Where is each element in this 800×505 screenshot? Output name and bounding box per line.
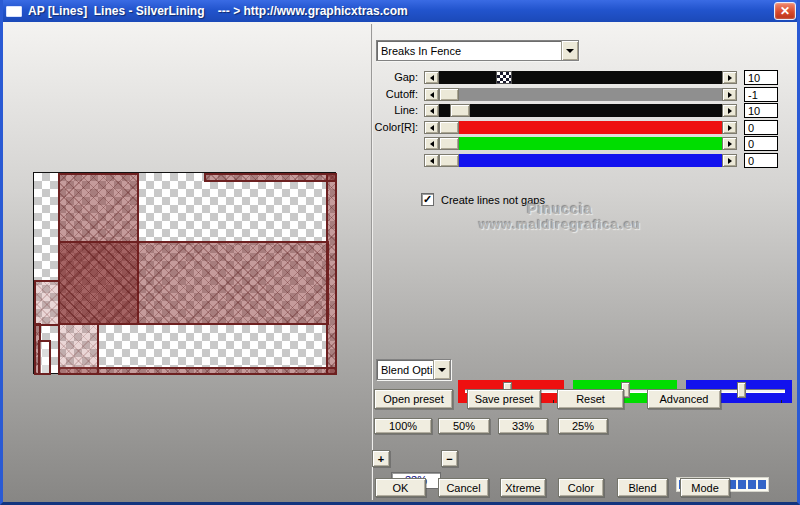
title-bar[interactable]: AP [Lines] Lines - SilverLining --- > ht… [0,0,800,22]
zoom-25-button[interactable]: 25% [558,418,608,434]
slider-thumb-4[interactable] [439,137,459,150]
open-preset-button[interactable]: Open preset [374,389,453,409]
chevron-down-icon [566,49,574,53]
slider-value-input[interactable] [744,70,778,85]
slider-right-arrow[interactable] [722,71,737,84]
zoom-out-button[interactable]: − [441,450,458,467]
zoom-33-button[interactable]: 33% [498,418,548,434]
slider-value-input[interactable] [744,120,778,135]
arrow-right-icon [728,92,732,98]
blend-dropdown-value: Blend Opti [377,364,433,376]
watermark-url: www.maldiregrafica.eu [450,217,670,232]
close-icon: ✕ [780,4,790,18]
slider-label: Line: [350,104,418,116]
progress-segment [738,480,746,489]
advanced-button[interactable]: Advanced [647,389,721,409]
preset-dropdown[interactable]: Breaks In Fence [376,40,579,61]
zoom-in-button[interactable]: + [372,450,390,467]
arrow-left-icon [430,108,434,114]
arrow-right-icon [728,108,732,114]
preview-image[interactable] [33,172,336,374]
preview-pink-bottom-square [58,323,99,375]
create-lines-checkbox[interactable]: ✓ [421,193,434,206]
slider-label: Cutoff: [350,88,418,100]
slider-right-arrow[interactable] [722,104,737,117]
slider-row-color-r: Color[R]: [0,121,797,136]
watermark-name: Pinuccia [450,201,670,217]
arrow-right-icon [728,125,732,131]
blend-button[interactable]: Blend [617,478,668,497]
preview-maroon-bottom-strip [58,367,337,375]
progress-segment [758,480,766,489]
ok-button[interactable]: OK [375,478,426,497]
slider-left-arrow[interactable] [424,137,439,150]
check-icon: ✓ [423,193,432,205]
slider-row-color-b [0,154,797,169]
slider-row-gap: Gap: [0,71,797,86]
arrow-left-icon [430,92,434,98]
slider-track-1[interactable] [439,88,722,101]
arrow-left-icon [430,141,434,147]
slider-left-arrow[interactable] [424,121,439,134]
preview-white-strip [38,340,51,375]
slider-right-arrow[interactable] [722,121,737,134]
arrow-right-icon [728,158,732,164]
slider-row-line: Line: [0,104,797,119]
rgb-thumb-2[interactable] [737,382,746,398]
slider-row-color-g [0,137,797,152]
slider-value-input[interactable] [744,103,778,118]
preset-dropdown-value: Breaks In Fence [377,45,561,57]
preview-maroon-right-edge [326,173,337,375]
arrow-right-icon [728,141,732,147]
arrow-left-icon [430,75,434,81]
slider-left-arrow[interactable] [424,71,439,84]
slider-thumb-5[interactable] [439,154,459,167]
watermark: Pinuccia www.maldiregrafica.eu [450,201,670,232]
slider-value-input[interactable] [744,136,778,151]
color-button[interactable]: Color [558,478,604,497]
slider-row-cutoff: Cutoff: [0,88,797,103]
slider-track-0[interactable] [439,71,722,84]
slider-right-arrow[interactable] [722,154,737,167]
tick-mark [553,400,554,403]
slider-right-arrow[interactable] [722,88,737,101]
blend-dropdown-button[interactable] [433,360,450,379]
slider-right-arrow[interactable] [722,137,737,150]
slider-left-arrow[interactable] [424,154,439,167]
slider-track-3[interactable] [439,121,722,134]
slider-value-input[interactable] [744,153,778,168]
blend-options-dropdown[interactable]: Blend Opti [376,359,451,380]
chevron-down-icon [438,368,446,372]
preview-maroon-top-strip [204,173,337,182]
slider-thumb-1[interactable] [439,88,459,101]
slider-thumb-3[interactable] [439,121,459,134]
slider-left-arrow[interactable] [424,88,439,101]
slider-track-5[interactable] [439,154,722,167]
zoom-50-button[interactable]: 50% [438,418,490,434]
arrow-left-icon [430,158,434,164]
slider-thumb-0[interactable] [496,71,512,84]
preview-maroon-middle-band [58,241,329,325]
xtreme-button[interactable]: Xtreme [500,478,546,497]
preview-pink-left-square [34,280,60,326]
tick-mark [781,400,782,403]
slider-left-arrow[interactable] [424,104,439,117]
slider-track-2[interactable] [439,104,722,117]
preset-dropdown-button[interactable] [561,41,578,60]
window-title: AP [Lines] Lines - SilverLining --- > ht… [28,4,408,18]
arrow-left-icon [430,125,434,131]
close-button[interactable]: ✕ [774,2,796,20]
zoom-100-button[interactable]: 100% [374,418,432,434]
reset-button[interactable]: Reset [557,389,624,409]
arrow-right-icon [728,75,732,81]
slider-value-input[interactable] [744,87,778,102]
plugin-window: AP [Lines] Lines - SilverLining --- > ht… [0,0,800,505]
slider-thumb-2[interactable] [450,104,470,117]
slider-track-4[interactable] [439,137,722,150]
save-preset-button[interactable]: Save preset [467,389,541,409]
window-icon [6,6,22,17]
slider-label: Color[R]: [350,121,418,133]
cancel-button[interactable]: Cancel [438,478,489,497]
slider-label: Gap: [350,71,418,83]
mode-button[interactable]: Mode [680,478,730,497]
